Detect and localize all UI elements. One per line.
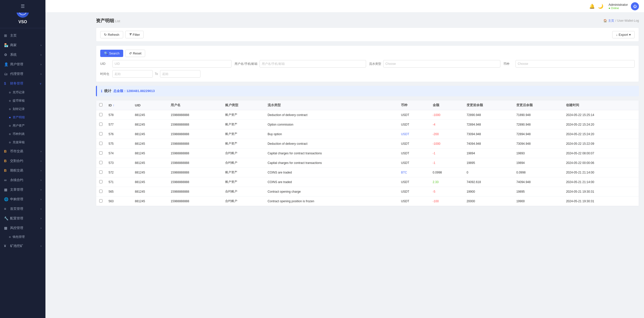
row-checkbox[interactable] (99, 170, 102, 174)
th-id[interactable]: ID ↑ (106, 100, 132, 110)
breadcrumb-separator: / (615, 19, 616, 22)
sidebar-item-article-mgmt[interactable]: ▦ 文章管理 › (0, 185, 45, 194)
select-all-checkbox[interactable] (99, 103, 102, 106)
sidebar-item-revalue-review[interactable]: 充值审核 (0, 138, 45, 147)
sidebar-item-home-mgmt[interactable]: ≡ 首页管理 › (0, 204, 45, 214)
filter-button[interactable]: ⧩ Filter (125, 31, 144, 38)
sidebar-item-mining[interactable]: ¥ 矿池挖矿 › (0, 241, 45, 251)
breadcrumb-current: User-Wallet-Log (617, 19, 639, 22)
flow-type-input[interactable] (383, 60, 500, 68)
cell-before: 19900 (463, 187, 513, 196)
sidebar-item-agent-mgmt[interactable]: 🗂 代理管理 › (0, 69, 45, 79)
sidebar-item-finance[interactable]: $ 财务管理 ∨ (0, 79, 45, 88)
search-button[interactable]: 🔍 Search (100, 50, 123, 57)
cell-flow-type: COINS are traded (265, 177, 398, 187)
row-checkbox[interactable] (99, 199, 102, 203)
sidebar-item-perpetual[interactable]: ∞ 永续合约 › (0, 175, 45, 185)
cell-time: 2024-05-22 15:25:14 (563, 110, 639, 120)
coin-search-row: 币种 (503, 60, 635, 68)
cell-after: 72890.948 (513, 120, 563, 129)
sidebar-item-home[interactable]: ⊞ 主页 (0, 31, 45, 40)
sidebar-item-home-label: 主页 (10, 33, 17, 38)
sidebar-item-contract-trade[interactable]: B 交割合约 › (0, 156, 45, 166)
uid-input[interactable] (112, 60, 231, 68)
sidebar-item-withdraw-review[interactable]: 提币审核 (0, 97, 45, 105)
refresh-icon: ↻ (104, 33, 107, 37)
row-checkbox[interactable] (99, 190, 102, 193)
breadcrumb-home-link[interactable]: 主页 (608, 19, 614, 23)
refresh-button[interactable]: ↻ Refresh (100, 31, 123, 38)
table-row: 571 881245 15988888888 账户资产 COINS are tr… (96, 177, 639, 187)
user-avatar[interactable]: ⏻ (631, 2, 639, 10)
table-row: 572 881245 15988888888 账户资产 COINS are tr… (96, 168, 639, 177)
coin-input[interactable] (516, 60, 635, 68)
th-checkbox (96, 100, 106, 110)
row-checkbox[interactable] (99, 161, 102, 164)
bell-icon[interactable]: 🔔 (589, 4, 595, 9)
sidebar-item-risk-mgmt[interactable]: ▦ 风控管理 › (0, 223, 45, 233)
sidebar-item-recharge-log[interactable]: 充币记录 (0, 88, 45, 97)
sidebar-item-system[interactable]: ⚙ 系统 › (0, 50, 45, 60)
sidebar-item-transfer-log[interactable]: 划转记录 (0, 105, 45, 113)
cell-time: 2024-05-21 19:30:31 (563, 187, 639, 196)
sidebar-item-apply-mgmt[interactable]: 🌐 申购管理 › (0, 194, 45, 204)
username-input[interactable] (260, 60, 366, 68)
table-row: 578 881245 15988888888 账户资产 Deduction of… (96, 110, 639, 120)
home-icon: ⊞ (4, 34, 8, 38)
row-checkbox[interactable] (99, 151, 102, 155)
sidebar-item-wallet-mgmt[interactable]: 钱包管理 (0, 233, 45, 241)
home-mgmt-icon: ≡ (4, 207, 8, 211)
sidebar-item-config-mgmt[interactable]: 🔧 配置管理 › (0, 214, 45, 223)
cell-checkbox (96, 120, 106, 129)
export-button[interactable]: ↓ Export ▾ (612, 31, 635, 38)
sidebar-item-perpetual-label: 永续合约 (10, 178, 23, 182)
dot-icon (9, 92, 11, 93)
cell-flow-type: Contract opening charge (265, 187, 398, 196)
sidebar: V VSO ⊞ 主页 🏪 商家 › ⚙ 系统 › 👤 用户管理 › 🗂 代理管理… (0, 0, 45, 318)
cell-amount: -1 (430, 149, 463, 158)
config-icon: 🔧 (4, 216, 8, 220)
cell-uid: 881245 (132, 149, 168, 158)
row-checkbox[interactable] (99, 180, 102, 183)
stats-icon: ℹ (101, 89, 102, 93)
cell-account-type: 合约账户 (222, 149, 265, 158)
sidebar-item-merchant-label: 商家 (10, 43, 17, 47)
sidebar-item-finance-label: 财务管理 (10, 81, 23, 86)
refresh-label: Refresh (108, 33, 119, 37)
sidebar-item-coin-list[interactable]: 币种列表 (0, 130, 45, 138)
sidebar-item-user-asset[interactable]: 用户资产 (0, 122, 45, 130)
chevron-right-icon-7: › (41, 169, 41, 172)
table-row: 575 881245 15988888888 账户资产 Deduction of… (96, 139, 639, 149)
toolbar: ↻ Refresh ⧩ Filter ↓ Export ▾ (96, 27, 639, 42)
search-toolbar: 🔍 Search ↺ Reset (100, 50, 635, 57)
hamburger-icon[interactable]: ☰ (21, 4, 25, 9)
cell-amount: -1000 (430, 139, 463, 149)
sidebar-item-asset-detail[interactable]: 资产明细 (0, 113, 45, 122)
time-to-input[interactable] (160, 70, 200, 78)
cell-time: 2024-05-21 21:14:00 (563, 168, 639, 177)
total-value: 1280481.88229013 (126, 89, 155, 93)
filter-icon: ⧩ (129, 33, 132, 37)
sidebar-item-revalue-review-label: 充值审核 (13, 140, 25, 144)
cell-id: 577 (106, 120, 132, 129)
row-checkbox[interactable] (99, 142, 102, 145)
uid-label: UID (100, 62, 110, 66)
row-checkbox[interactable] (99, 113, 102, 116)
row-checkbox[interactable] (99, 123, 102, 126)
theme-icon[interactable]: 🌙 (598, 4, 603, 9)
time-from-input[interactable] (112, 70, 153, 78)
cell-flow-type: Capital charges for contract transaction… (265, 158, 398, 168)
row-checkbox[interactable] (99, 132, 102, 135)
sidebar-item-coin-exchange[interactable]: B 币市交易 › (0, 147, 45, 156)
sidebar-item-merchant[interactable]: 🏪 商家 › (0, 40, 45, 50)
cell-id: 571 (106, 177, 132, 187)
sidebar-item-user-mgmt[interactable]: 👤 用户管理 › (0, 60, 45, 69)
coin-exchange-icon: B (4, 149, 8, 153)
stats-area: ℹ 统计 总金额：1280481.88229013 (96, 86, 639, 96)
cell-checkbox (96, 196, 106, 206)
sidebar-item-system-label: 系统 (10, 52, 17, 57)
apply-icon: 🌐 (4, 197, 8, 201)
reset-button[interactable]: ↺ Reset (125, 50, 145, 57)
sidebar-item-config-mgmt-label: 配置管理 (10, 216, 23, 221)
sidebar-item-futures-trade[interactable]: B 期权交易 › (0, 166, 45, 175)
